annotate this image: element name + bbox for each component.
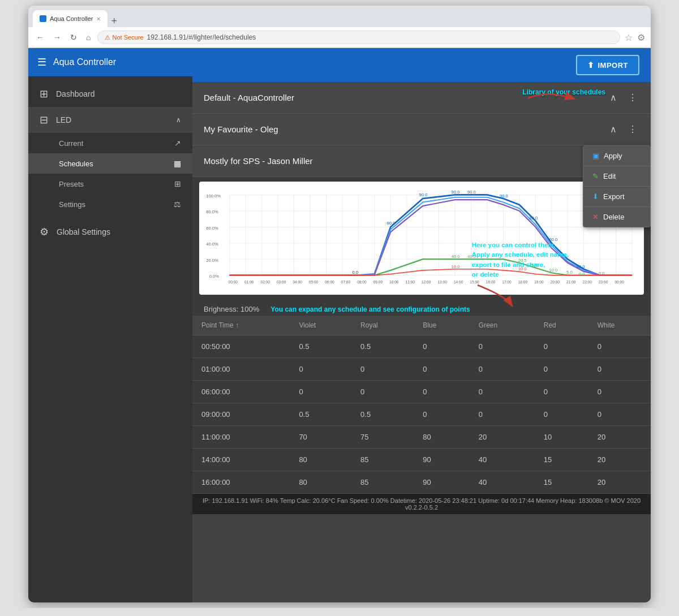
forward-btn[interactable]: →	[51, 32, 63, 43]
schedule-item-1[interactable]: My Favourite - Oleg ∧ ⋮	[192, 114, 651, 145]
bookmark-icon[interactable]: ☆	[625, 32, 633, 43]
url-bar[interactable]: ⚠ Not Secure 192.168.1.91/#/lighter/led/…	[97, 31, 620, 44]
active-tab[interactable]: Aqua Controller ✕	[33, 10, 108, 27]
current-label: Current	[59, 139, 83, 148]
schedule-1-expand-btn[interactable]: ∧	[608, 123, 619, 136]
table-cell: 09:00:00	[192, 403, 290, 426]
table-cell: 0	[351, 358, 414, 381]
svg-text:04:00: 04:00	[293, 280, 302, 284]
col-red: Red	[535, 316, 588, 335]
hamburger-icon[interactable]: ☰	[37, 56, 46, 68]
table-body: 00:50:000.50.5000001:00:0000000006:00:00…	[192, 335, 651, 494]
table-cell: 0	[470, 335, 535, 358]
svg-text:10.0: 10.0	[549, 268, 557, 273]
table-cell: 15	[535, 449, 588, 471]
dashboard-icon: ⊞	[40, 88, 48, 100]
sidebar-item-presets[interactable]: Presets ⊞	[28, 174, 192, 194]
table-cell: 20	[588, 449, 651, 471]
svg-text:22:00: 22:00	[583, 280, 592, 284]
schedules-label: Schedules	[59, 160, 93, 168]
table-cell: 80	[290, 449, 351, 471]
col-blue: Blue	[414, 316, 470, 335]
sidebar-item-global-settings[interactable]: ⚙ Global Settings	[28, 219, 192, 245]
svg-text:40.0: 40.0	[577, 264, 585, 269]
tab-label: Aqua Controller	[50, 15, 93, 22]
table-cell: 85	[351, 471, 414, 494]
svg-text:0.0: 0.0	[352, 270, 358, 275]
import-button[interactable]: ⬆ IMPORT	[576, 55, 639, 75]
reload-btn[interactable]: ↻	[68, 32, 79, 43]
schedule-name-2: Mostly for SPS - Jason Miller	[204, 156, 313, 166]
edit-icon: ✎	[592, 172, 599, 180]
import-label: IMPORT	[598, 61, 628, 70]
main-content: ⬆ IMPORT Default - AquaController ∧ ⋮ My…	[192, 48, 651, 602]
svg-text:40.0%: 40.0%	[206, 242, 218, 247]
browser-window: Aqua Controller ✕ + ← → ↻ ⌂ ⚠ Not Secure…	[28, 6, 651, 602]
col-royal: Royal	[351, 316, 414, 335]
back-btn[interactable]: ←	[34, 32, 46, 43]
sidebar-item-dashboard[interactable]: ⊞ Dashboard	[28, 81, 192, 107]
sidebar: ☰ Aqua Controller ⊞ Dashboard ⊟ LED ∧	[28, 48, 192, 602]
menu-apply[interactable]: ▣ Apply	[583, 146, 650, 166]
table-cell: 20	[470, 426, 535, 449]
schedule-name-1: My Favourite - Oleg	[204, 124, 278, 134]
table-cell: 11:00:00	[192, 426, 290, 449]
table-row: 00:50:000.50.50000	[192, 335, 651, 358]
settings-label: Settings	[59, 200, 85, 209]
svg-text:90.0: 90.0	[419, 192, 428, 197]
tab-close-btn[interactable]: ✕	[96, 16, 101, 22]
table-cell: 70	[290, 426, 351, 449]
table-cell: 40	[470, 449, 535, 471]
extensions-icon[interactable]: ⚙	[637, 32, 645, 43]
schedule-chart: 100.0% 80.0% 60.0% 40.0% 20.0% 0.0%	[205, 187, 638, 289]
schedule-1-menu-btn[interactable]: ⋮	[626, 123, 639, 136]
svg-text:23:00: 23:00	[599, 280, 608, 284]
schedule-item-0[interactable]: Default - AquaController ∧ ⋮	[192, 82, 651, 114]
col-white: White	[588, 316, 651, 335]
schedule-item-2-expanded: Mostly for SPS - Jason Miller ∧ ⋮ ▣ Appl…	[192, 145, 651, 494]
svg-text:05:00: 05:00	[309, 280, 319, 284]
dashboard-left: ⊞ Dashboard	[40, 88, 95, 100]
sidebar-item-current[interactable]: Current ↗	[28, 133, 192, 153]
app-container: ☰ Aqua Controller ⊞ Dashboard ⊟ LED ∧	[28, 48, 651, 602]
table-cell: 40	[470, 471, 535, 494]
table-cell: 80	[290, 471, 351, 494]
table-cell: 0	[588, 403, 651, 426]
menu-delete[interactable]: ✕ Delete	[583, 207, 650, 227]
table-cell: 0	[470, 381, 535, 403]
menu-edit[interactable]: ✎ Edit	[583, 166, 650, 187]
svg-text:01:00: 01:00	[244, 280, 254, 284]
warning-icon: ⚠	[105, 34, 110, 41]
presets-icon: ⊞	[174, 179, 181, 188]
svg-text:20:00: 20:00	[551, 280, 560, 284]
svg-text:00:00: 00:00	[614, 280, 624, 284]
table-cell: 06:00:00	[192, 381, 290, 403]
schedules-section: Default - AquaController ∧ ⋮ My Favourit…	[192, 82, 651, 494]
sidebar-item-schedules[interactable]: Schedules ▦	[28, 153, 192, 174]
schedule-0-expand-btn[interactable]: ∧	[608, 91, 619, 104]
svg-text:16:00: 16:00	[486, 280, 496, 284]
delete-label: Delete	[603, 213, 625, 221]
table-cell: 0.5	[290, 403, 351, 426]
svg-text:09:00: 09:00	[373, 280, 383, 284]
app-title: Aqua Controller	[53, 57, 116, 67]
table-cell: 90	[414, 471, 470, 494]
table-cell: 0	[414, 358, 470, 381]
sidebar-item-settings[interactable]: Settings ⚖	[28, 194, 192, 214]
global-settings-label: Global Settings	[57, 227, 110, 236]
schedule-0-menu-btn[interactable]: ⋮	[626, 91, 639, 104]
new-tab-btn[interactable]: +	[111, 15, 117, 27]
url-text: 192.168.1.91/#/lighter/led/schedules	[147, 33, 256, 41]
menu-export[interactable]: ⬇ Export	[583, 187, 650, 207]
table-cell: 0	[588, 358, 651, 381]
table-header-row: Point Time ↑ Violet Royal Blue Green Red…	[192, 316, 651, 335]
svg-text:40.0: 40.0	[452, 254, 460, 259]
home-btn[interactable]: ⌂	[84, 32, 93, 43]
apply-label: Apply	[604, 152, 622, 160]
table-cell: 90	[414, 449, 470, 471]
settings-icon: ⚖	[174, 200, 181, 209]
sidebar-item-led[interactable]: ⊟ LED ∧	[28, 107, 192, 133]
table-cell: 16:00:00	[192, 471, 290, 494]
svg-text:00:00: 00:00	[229, 280, 238, 284]
table-cell: 0.5	[351, 335, 414, 358]
